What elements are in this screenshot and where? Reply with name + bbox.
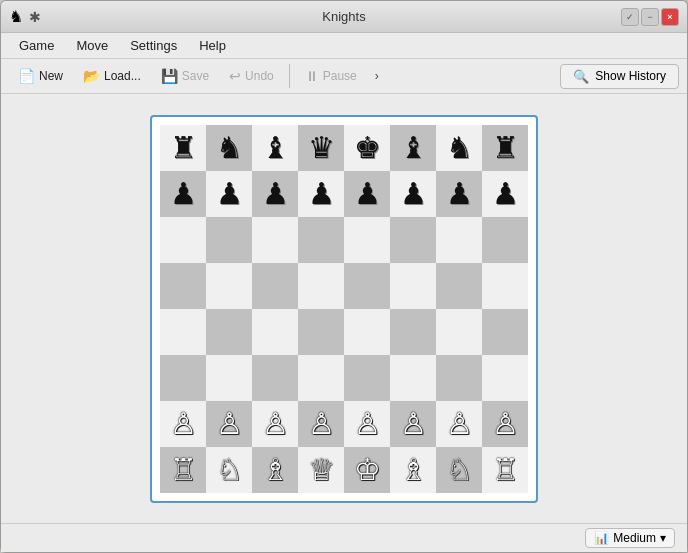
board-cell[interactable] <box>344 309 390 355</box>
board-cell[interactable]: ♙ <box>160 401 206 447</box>
board-cell[interactable] <box>482 263 528 309</box>
board-cell[interactable]: ♘ <box>436 447 482 493</box>
board-cell[interactable]: ♙ <box>206 401 252 447</box>
board-cell[interactable]: ♚ <box>344 125 390 171</box>
load-label: Load... <box>104 69 141 83</box>
close-button[interactable]: × <box>661 8 679 26</box>
board-cell[interactable] <box>436 217 482 263</box>
board-cell[interactable] <box>298 263 344 309</box>
board-cell[interactable] <box>344 355 390 401</box>
menu-game[interactable]: Game <box>9 35 64 56</box>
new-icon: 📄 <box>18 68 35 84</box>
board-cell[interactable] <box>298 309 344 355</box>
board-cell[interactable] <box>298 355 344 401</box>
save-button[interactable]: 💾 Save <box>152 63 218 89</box>
minimize-button[interactable]: − <box>641 8 659 26</box>
board-cell[interactable] <box>252 355 298 401</box>
more-button[interactable]: › <box>368 64 386 88</box>
board-cell[interactable]: ♙ <box>344 401 390 447</box>
board-cell[interactable] <box>252 263 298 309</box>
board-cell[interactable] <box>298 217 344 263</box>
board-cell[interactable]: ♗ <box>252 447 298 493</box>
board-cell[interactable]: ♟ <box>390 171 436 217</box>
show-history-label: Show History <box>595 69 666 83</box>
board-cell[interactable]: ♙ <box>482 401 528 447</box>
pause-button[interactable]: ⏸ Pause <box>296 63 366 89</box>
board-cell[interactable] <box>482 355 528 401</box>
chess-board: ♜♞♝♛♚♝♞♜♟♟♟♟♟♟♟♟♙♙♙♙♙♙♙♙♖♘♗♕♔♗♘♖ <box>160 125 528 493</box>
main-content: ♜♞♝♛♚♝♞♜♟♟♟♟♟♟♟♟♙♙♙♙♙♙♙♙♖♘♗♕♔♗♘♖ <box>1 94 687 523</box>
new-label: New <box>39 69 63 83</box>
board-cell[interactable]: ♜ <box>482 125 528 171</box>
board-cell[interactable]: ♔ <box>344 447 390 493</box>
undo-button[interactable]: ↩ Undo <box>220 63 283 89</box>
board-cell[interactable]: ♜ <box>160 125 206 171</box>
board-cell[interactable]: ♟ <box>482 171 528 217</box>
board-cell[interactable] <box>436 309 482 355</box>
board-cell[interactable] <box>252 309 298 355</box>
board-cell[interactable]: ♙ <box>436 401 482 447</box>
board-cell[interactable] <box>390 309 436 355</box>
board-cell[interactable] <box>206 355 252 401</box>
save-label: Save <box>182 69 209 83</box>
board-cell[interactable]: ♞ <box>206 125 252 171</box>
save-icon: 💾 <box>161 68 178 84</box>
show-history-button[interactable]: 🔍 Show History <box>560 64 679 89</box>
board-cell[interactable]: ♘ <box>206 447 252 493</box>
board-cell[interactable] <box>390 355 436 401</box>
chevron-down-icon: ▾ <box>660 531 666 545</box>
search-icon: 🔍 <box>573 69 589 84</box>
board-cell[interactable] <box>160 309 206 355</box>
board-cell[interactable]: ♞ <box>436 125 482 171</box>
board-cell[interactable] <box>160 263 206 309</box>
board-cell[interactable]: ♟ <box>344 171 390 217</box>
board-cell[interactable]: ♛ <box>298 125 344 171</box>
titlebar: ♞ ✱ Knights ✓ − × <box>1 1 687 33</box>
board-cell[interactable]: ♙ <box>298 401 344 447</box>
board-cell[interactable]: ♝ <box>252 125 298 171</box>
board-cell[interactable]: ♗ <box>390 447 436 493</box>
menubar: Game Move Settings Help <box>1 33 687 59</box>
board-cell[interactable] <box>344 217 390 263</box>
checkmark-btn[interactable]: ✓ <box>621 8 639 26</box>
board-cell[interactable] <box>390 217 436 263</box>
bookmark-icon: ✱ <box>29 9 41 25</box>
menu-move[interactable]: Move <box>66 35 118 56</box>
board-cell[interactable]: ♖ <box>482 447 528 493</box>
board-cell[interactable]: ♖ <box>160 447 206 493</box>
board-cell[interactable] <box>206 263 252 309</box>
app-window: ♞ ✱ Knights ✓ − × Game Move Settings Hel… <box>0 0 688 553</box>
board-cell[interactable]: ♟ <box>252 171 298 217</box>
menu-settings[interactable]: Settings <box>120 35 187 56</box>
bars-icon: 📊 <box>594 531 609 545</box>
board-cell[interactable] <box>390 263 436 309</box>
board-cell[interactable]: ♟ <box>436 171 482 217</box>
pause-icon: ⏸ <box>305 68 319 84</box>
undo-icon: ↩ <box>229 68 241 84</box>
board-cell[interactable] <box>206 217 252 263</box>
board-cell[interactable] <box>436 355 482 401</box>
difficulty-selector[interactable]: 📊 Medium ▾ <box>585 528 675 548</box>
board-cell[interactable]: ♕ <box>298 447 344 493</box>
toolbar: 📄 New 📂 Load... 💾 Save ↩ Undo ⏸ Pause › … <box>1 59 687 94</box>
board-cell[interactable] <box>206 309 252 355</box>
board-cell[interactable] <box>160 355 206 401</box>
menu-help[interactable]: Help <box>189 35 236 56</box>
board-cell[interactable] <box>482 309 528 355</box>
board-cell[interactable] <box>344 263 390 309</box>
board-cell[interactable] <box>482 217 528 263</box>
new-button[interactable]: 📄 New <box>9 63 72 89</box>
board-cell[interactable]: ♙ <box>390 401 436 447</box>
board-cell[interactable]: ♟ <box>206 171 252 217</box>
board-cell[interactable]: ♟ <box>298 171 344 217</box>
board-cell[interactable]: ♝ <box>390 125 436 171</box>
board-cell[interactable] <box>436 263 482 309</box>
load-button[interactable]: 📂 Load... <box>74 63 150 89</box>
titlebar-icons: ♞ ✱ <box>9 7 41 26</box>
window-title: Knights <box>322 9 365 24</box>
board-cell[interactable] <box>252 217 298 263</box>
board-cell[interactable]: ♙ <box>252 401 298 447</box>
board-cell[interactable]: ♟ <box>160 171 206 217</box>
statusbar: 📊 Medium ▾ <box>1 523 687 552</box>
board-cell[interactable] <box>160 217 206 263</box>
